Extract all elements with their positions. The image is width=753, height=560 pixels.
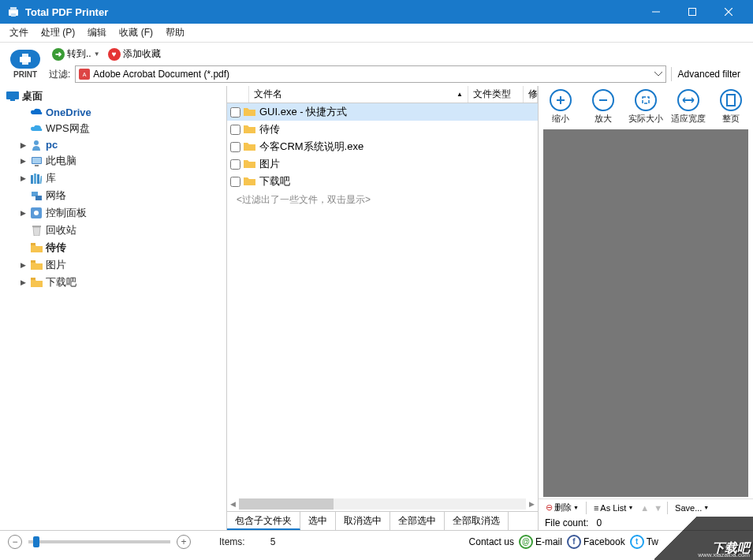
zoom-out-button[interactable]: 缩小 (540, 89, 581, 125)
tree-item-pictures[interactable]: ▶ 图片 (0, 256, 226, 274)
tab-deselect[interactable]: 取消选中 (336, 512, 390, 530)
zoom-thumb[interactable] (33, 536, 39, 547)
horizontal-scrollbar[interactable]: ◀ ▶ (227, 497, 538, 511)
svg-rect-9 (22, 61, 28, 65)
filter-select[interactable]: A Adobe Acrobat Document (*.pdf) (75, 65, 665, 83)
menu-favorites[interactable]: 收藏 (F) (113, 24, 159, 41)
heart-icon: ♥ (108, 48, 121, 61)
tree-item-pc[interactable]: ▶ pc (0, 137, 226, 152)
print-label: PRINT (13, 70, 37, 79)
folder-icon (244, 106, 256, 118)
svg-text:A: A (83, 72, 87, 77)
preview-toolbar: 缩小 放大 实际大小 适应宽度 整页 (539, 86, 753, 128)
file-tabs: 包含子文件夹 选中 取消选中 全部选中 全部取消选 (227, 511, 538, 530)
advanced-filter-button[interactable]: Advanced filter (671, 67, 747, 81)
tree-item-network[interactable]: 网络 (0, 187, 226, 204)
file-name: 待传 (259, 122, 280, 136)
file-row[interactable]: 图片 (227, 155, 538, 173)
tab-select[interactable]: 选中 (300, 512, 336, 530)
file-row[interactable]: GUI.exe - 快捷方式 (227, 103, 538, 121)
minimize-button[interactable] (638, 0, 674, 24)
actual-size-button[interactable]: 实际大小 (625, 89, 666, 125)
toolbar: PRINT ➜ 转到.. ▼ ♥ 添加收藏 过滤: A Adobe Acroba… (0, 43, 753, 86)
zoom-out-button[interactable]: − (8, 535, 22, 549)
header-type[interactable]: 文件类型 (468, 86, 524, 103)
tab-deselect-all[interactable]: 全部取消选 (445, 512, 509, 530)
svg-rect-2 (11, 13, 16, 17)
arrow-up-icon[interactable]: ▲ (640, 503, 649, 513)
file-checkbox[interactable] (230, 177, 240, 187)
close-button[interactable] (710, 0, 747, 24)
file-checkbox[interactable] (230, 159, 240, 170)
fit-page-button[interactable]: 整页 (710, 89, 751, 125)
tree-item-recyclebin[interactable]: 回收站 (0, 222, 226, 239)
header-modified[interactable]: 修 (524, 86, 538, 103)
header-name[interactable]: 文件名 ▲ (249, 86, 468, 103)
window-title: Total PDF Printer (25, 6, 638, 18)
file-checkbox[interactable] (230, 125, 240, 135)
email-link[interactable]: @ E-mail (519, 535, 562, 549)
filter-label: 过滤: (49, 68, 70, 81)
add-favorite-button[interactable]: ♥ 添加收藏 (105, 46, 164, 62)
minus-icon (592, 89, 614, 111)
actual-size-icon (635, 89, 657, 111)
chevron-down-icon (654, 72, 662, 77)
filter-hint[interactable]: <过滤出了一些文件，双击显示> (227, 190, 538, 210)
save-button[interactable]: Save... ▼ (673, 502, 711, 513)
goto-button[interactable]: ➜ 转到.. ▼ (49, 46, 103, 62)
list-icon: ≡ (594, 503, 598, 513)
twitter-icon: t (630, 535, 644, 549)
tree-item-pending[interactable]: 待传 (0, 239, 226, 256)
tree-item-wps[interactable]: WPS网盘 (0, 120, 226, 137)
zoom-in-button[interactable]: 放大 (583, 89, 624, 125)
menu-process[interactable]: 处理 (P) (35, 24, 81, 41)
file-row[interactable]: 待传 (227, 121, 538, 138)
facebook-link[interactable]: f Facebook (567, 535, 625, 549)
file-checkbox[interactable] (230, 142, 240, 152)
svg-rect-23 (35, 196, 42, 200)
tree-caret: ▶ (19, 141, 27, 149)
aslist-button[interactable]: ≡ As List ▼ (591, 502, 636, 513)
scroll-left-icon[interactable]: ◀ (230, 500, 236, 508)
fit-width-button[interactable]: 适应宽度 (668, 89, 709, 125)
tree-item-thispc[interactable]: ▶ 此电脑 (0, 152, 226, 170)
tree-item-onedrive[interactable]: OneDrive (0, 105, 226, 120)
folder-icon (244, 176, 256, 187)
file-name: 图片 (259, 157, 280, 171)
delete-icon: ⊖ (546, 502, 553, 513)
file-list: GUI.exe - 快捷方式 待传 今客CRM系统说明.exe 图片 下载吧 (227, 103, 538, 497)
preview-viewport (543, 129, 748, 497)
tree-item-desktop[interactable]: 桌面 (0, 88, 226, 105)
file-checkbox[interactable] (230, 107, 240, 118)
print-button[interactable]: PRINT (6, 50, 44, 80)
preview-panel: 缩小 放大 实际大小 适应宽度 整页 ⊖ 删除 (539, 86, 753, 530)
person-icon (30, 139, 43, 151)
file-row[interactable]: 下载吧 (227, 173, 538, 190)
tab-select-all[interactable]: 全部选中 (390, 512, 445, 530)
svg-rect-18 (31, 175, 33, 184)
delete-button[interactable]: ⊖ 删除 ▼ (543, 501, 581, 514)
scroll-thumb[interactable] (239, 498, 334, 510)
arrow-down-icon[interactable]: ▼ (654, 503, 662, 513)
chevron-down-icon: ▼ (703, 505, 709, 510)
menu-help[interactable]: 帮助 (159, 24, 191, 41)
network-icon (30, 190, 43, 202)
menu-file[interactable]: 文件 (3, 24, 35, 41)
svg-point-25 (34, 211, 39, 215)
file-row[interactable]: 今客CRM系统说明.exe (227, 138, 538, 155)
tree-item-downloads[interactable]: ▶ 下载吧 (0, 274, 226, 291)
scroll-right-icon[interactable]: ▶ (529, 500, 535, 508)
zoom-in-button[interactable]: + (177, 535, 191, 549)
menu-edit[interactable]: 编辑 (81, 24, 113, 41)
tree-caret: ▶ (19, 209, 27, 217)
tree-item-controlpanel[interactable]: ▶ 控制面板 (0, 204, 226, 222)
file-name: 下载吧 (259, 174, 290, 189)
tree-item-library[interactable]: ▶ 库 (0, 170, 226, 187)
zoom-slider[interactable] (28, 540, 170, 543)
tab-include-subfolders[interactable]: 包含子文件夹 (227, 512, 300, 530)
desktop-icon (6, 91, 19, 103)
svg-rect-29 (31, 278, 35, 280)
header-checkbox[interactable] (227, 86, 249, 103)
watermark: 下载吧 www.xiazaiba.com (654, 517, 753, 560)
maximize-button[interactable] (674, 0, 710, 24)
